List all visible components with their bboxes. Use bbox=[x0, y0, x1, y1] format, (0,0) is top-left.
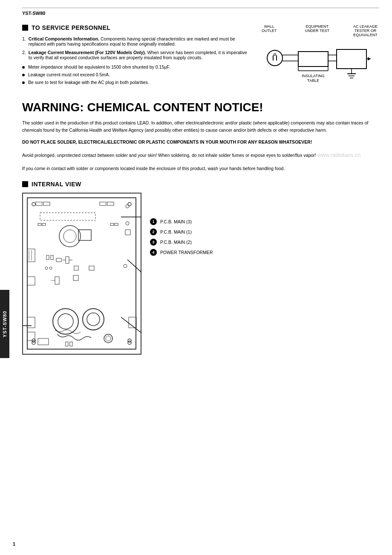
internal-content: 1 2 3 4 bbox=[22, 193, 379, 355]
page-number: 1 bbox=[13, 541, 15, 546]
svg-rect-47 bbox=[56, 258, 61, 262]
legend-item-2: 2 P.C.B. MAIN (1) bbox=[150, 228, 213, 235]
bullet-icon bbox=[22, 81, 25, 84]
svg-rect-48 bbox=[66, 257, 69, 263]
legend-item-4: 4 POWER TRANSFORMER bbox=[150, 249, 213, 256]
svg-point-61 bbox=[58, 314, 73, 329]
svg-line-77 bbox=[127, 260, 141, 279]
service-numbered-list: 1. Critical Components Information. Comp… bbox=[22, 36, 251, 60]
svg-rect-38 bbox=[110, 223, 114, 225]
svg-rect-39 bbox=[115, 223, 118, 225]
svg-marker-15 bbox=[368, 57, 371, 61]
svg-point-68 bbox=[106, 336, 111, 341]
svg-rect-56 bbox=[27, 277, 35, 285]
list-item: Meter impedance should be equivalent to … bbox=[22, 64, 251, 69]
side-tab: YST-SW80 bbox=[0, 290, 9, 358]
svg-rect-27 bbox=[36, 202, 42, 205]
svg-rect-57 bbox=[73, 275, 78, 280]
svg-rect-30 bbox=[107, 202, 114, 205]
svg-rect-37 bbox=[42, 223, 46, 225]
model-label: YST-SW80 bbox=[22, 11, 379, 16]
svg-point-23 bbox=[32, 202, 35, 206]
svg-point-32 bbox=[126, 222, 129, 225]
header-block-icon bbox=[22, 25, 28, 31]
list-item: Be sure to test for leakage with the AC … bbox=[22, 80, 251, 85]
legend-text-2: P.C.B. MAIN (1) bbox=[160, 229, 192, 234]
svg-text:INSULATING: INSULATING bbox=[302, 74, 324, 78]
legend-item-1: 1 P.C.B. MAIN (3) bbox=[150, 218, 213, 225]
svg-point-35 bbox=[63, 230, 76, 243]
diagram-wall-label: WALLOUTLET bbox=[262, 24, 277, 37]
internal-section-title: INTERNAL VIEW bbox=[32, 181, 81, 188]
svg-rect-58 bbox=[55, 277, 59, 284]
svg-point-60 bbox=[53, 309, 78, 334]
diagram-ac-label: AC LEAKAGETESTER OREQUIVALENT bbox=[353, 24, 378, 37]
svg-rect-55 bbox=[89, 266, 94, 270]
list-item: 2. Leakage Current Measurement (For 120V… bbox=[22, 50, 251, 60]
side-tab-label: YST-SW80 bbox=[2, 311, 7, 337]
svg-rect-70 bbox=[27, 332, 35, 341]
internal-section: INTERNAL VIEW bbox=[22, 181, 379, 355]
svg-rect-65 bbox=[66, 342, 68, 346]
warning-section: WARNING: CHEMICAL CONTENT NOTICE! The so… bbox=[22, 101, 379, 172]
warning-para-3: Avoid prolonged, unprotected contact bet… bbox=[22, 151, 379, 160]
svg-point-67 bbox=[104, 334, 112, 343]
list-item: 1. Critical Components Information. Comp… bbox=[22, 36, 251, 46]
internal-section-header: INTERNAL VIEW bbox=[22, 181, 379, 188]
watermark: www.radiotans.cn bbox=[317, 152, 361, 158]
svg-point-53 bbox=[124, 264, 127, 268]
header-block-icon bbox=[22, 181, 28, 187]
circuit-svg: ⊙ bbox=[262, 39, 377, 94]
svg-point-73 bbox=[128, 339, 131, 342]
svg-point-24 bbox=[128, 202, 131, 206]
pcb-svg: 1 2 3 4 bbox=[23, 194, 141, 355]
svg-point-51 bbox=[45, 267, 48, 269]
bullet-icon bbox=[22, 74, 25, 76]
warning-title: WARNING: CHEMICAL CONTENT NOTICE! bbox=[22, 101, 379, 114]
warning-para-4: If you come in contact with solder or co… bbox=[22, 165, 379, 172]
svg-rect-46 bbox=[51, 255, 53, 260]
svg-rect-9 bbox=[337, 49, 366, 69]
legend-num-1: 1 bbox=[150, 218, 157, 225]
svg-rect-45 bbox=[46, 255, 49, 260]
bullet-icon bbox=[22, 66, 25, 69]
svg-rect-66 bbox=[70, 342, 72, 346]
service-section-header: TO SERVICE PERSONNEL bbox=[22, 24, 251, 31]
internal-legend: 1 P.C.B. MAIN (3) 2 P.C.B. MAIN (1) 3 P.… bbox=[150, 193, 213, 355]
svg-rect-28 bbox=[43, 202, 50, 205]
svg-rect-42 bbox=[27, 249, 35, 262]
pcb-diagram: 1 2 3 4 bbox=[22, 193, 141, 355]
svg-text:TABLE: TABLE bbox=[307, 78, 319, 83]
svg-rect-36 bbox=[38, 223, 41, 225]
svg-rect-29 bbox=[100, 202, 106, 205]
svg-rect-41 bbox=[125, 230, 130, 235]
list-item: Leakage current must not exceed 0.5mA. bbox=[22, 72, 251, 77]
service-bullet-list: Meter impedance should be equivalent to … bbox=[22, 64, 251, 85]
svg-rect-54 bbox=[74, 266, 78, 270]
svg-rect-6 bbox=[298, 52, 328, 66]
legend-text-1: P.C.B. MAIN (3) bbox=[160, 219, 192, 224]
diagram-equipment-label: EQUIPMENTUNDER TEST bbox=[305, 24, 329, 37]
legend-text-4: POWER TRANSFORMER bbox=[160, 250, 213, 255]
warning-para-2: DO NOT PLACE SOLDER, ELECTRICAL/ELECTRON… bbox=[22, 139, 379, 146]
svg-point-31 bbox=[126, 205, 129, 208]
legend-text-3: P.C.B. MAIN (2) bbox=[160, 240, 192, 245]
legend-item-3: 3 P.C.B. MAIN (2) bbox=[150, 239, 213, 246]
svg-point-62 bbox=[83, 309, 104, 330]
svg-point-52 bbox=[49, 267, 52, 269]
svg-point-34 bbox=[59, 225, 81, 247]
warning-para-1: The solder used in the production of thi… bbox=[22, 119, 379, 134]
svg-text:⊙: ⊙ bbox=[273, 52, 277, 57]
svg-point-63 bbox=[87, 313, 100, 326]
svg-rect-64 bbox=[38, 338, 49, 345]
svg-rect-69 bbox=[27, 317, 35, 328]
legend-num-3: 3 bbox=[150, 239, 157, 246]
service-section-title: TO SERVICE PERSONNEL bbox=[32, 24, 110, 31]
legend-num-2: 2 bbox=[150, 228, 157, 235]
legend-num-4: 4 bbox=[150, 249, 157, 256]
circuit-diagram: WALLOUTLET EQUIPMENTUNDER TEST AC LEAKAG… bbox=[260, 24, 379, 94]
svg-rect-33 bbox=[40, 213, 95, 220]
